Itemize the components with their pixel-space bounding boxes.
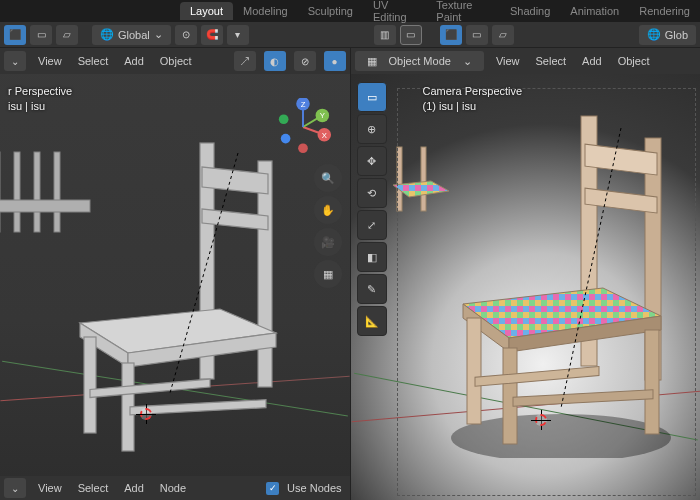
orientation-label-r: Glob bbox=[665, 29, 688, 41]
tab-layout[interactable]: Layout bbox=[180, 2, 233, 20]
main-area: ⌄ View Select Add Object 🡕 ◐ ⊘ ● r Persp… bbox=[0, 48, 700, 500]
mode-label: Object Mode bbox=[385, 53, 455, 69]
tool-shelf: ▭ ⊕ ✥ ⟲ ⤢ ◧ ✎ 📐 bbox=[357, 82, 387, 336]
obj-label: isu | isu bbox=[8, 99, 72, 114]
tool-move[interactable]: ✥ bbox=[357, 146, 387, 176]
menu-add-r[interactable]: Add bbox=[578, 53, 606, 69]
menu-object-l[interactable]: Object bbox=[156, 53, 196, 69]
orientation-dropdown[interactable]: 🌐 Global ⌄ bbox=[92, 25, 171, 45]
snap-face-icon[interactable]: ▱ bbox=[56, 25, 78, 45]
chevron-down-icon: ⌄ bbox=[459, 53, 476, 70]
svg-text:Y: Y bbox=[319, 111, 324, 120]
cursor-3d-l bbox=[136, 404, 156, 424]
svg-point-10 bbox=[280, 134, 290, 144]
tool-measure[interactable]: 📐 bbox=[357, 306, 387, 336]
svg-rect-26 bbox=[34, 152, 40, 232]
node-node[interactable]: Node bbox=[156, 480, 190, 496]
snap-edge-icon[interactable]: ▭ bbox=[30, 25, 52, 45]
node-view[interactable]: View bbox=[34, 480, 66, 496]
tab-texture-paint[interactable]: Texture Paint bbox=[426, 0, 500, 26]
tool-cursor[interactable]: ⊕ bbox=[357, 114, 387, 144]
globe-icon: 🌐 bbox=[100, 28, 114, 41]
svg-rect-28 bbox=[0, 200, 90, 212]
camera-frame bbox=[397, 88, 697, 496]
zoom-icon[interactable]: 🔍 bbox=[314, 164, 342, 192]
shading-solid-icon[interactable]: ● bbox=[324, 51, 346, 71]
workspace-tabs: Layout Modeling Sculpting UV Editing Tex… bbox=[0, 0, 700, 22]
snap-edge-r-icon[interactable]: ▭ bbox=[466, 25, 488, 45]
tool-transform[interactable]: ◧ bbox=[357, 242, 387, 272]
nav-controls-l: 🔍 ✋ 🎥 ▦ bbox=[314, 164, 342, 288]
viewport-right-info: Camera Perspective (1) isu | isu bbox=[423, 84, 523, 115]
snap-face-r-icon[interactable]: ▱ bbox=[492, 25, 514, 45]
snap-vert-icon[interactable]: ⬛ bbox=[4, 25, 26, 45]
tool-annotate[interactable]: ✎ bbox=[357, 274, 387, 304]
svg-point-11 bbox=[298, 143, 308, 153]
viewport-right[interactable]: ▦ Object Mode ⌄ View Select Add Object C… bbox=[351, 48, 701, 500]
svg-rect-19 bbox=[84, 337, 96, 433]
snap-vert-r-icon[interactable]: ⬛ bbox=[440, 25, 462, 45]
orientation-dropdown-r[interactable]: 🌐 Glob bbox=[639, 25, 696, 45]
chair-bg-solid bbox=[0, 148, 100, 258]
viewport-left-info: r Perspective isu | isu bbox=[8, 84, 72, 115]
cursor-3d-r bbox=[531, 410, 551, 430]
menu-add-l[interactable]: Add bbox=[120, 53, 148, 69]
tool-select-box[interactable]: ▭ bbox=[357, 82, 387, 112]
gizmo-toggle-icon[interactable]: 🡕 bbox=[234, 51, 256, 71]
node-editor-header: ⌄ View Select Add Node ✓ Use Nodes bbox=[0, 476, 350, 500]
node-add[interactable]: Add bbox=[120, 480, 148, 496]
tab-sculpting[interactable]: Sculpting bbox=[298, 2, 363, 20]
editor-switch-icon[interactable]: ⌄ bbox=[4, 478, 26, 498]
global-toolbar: ⬛ ▭ ▱ 🌐 Global ⌄ ⊙ 🧲 ▾ ▥ ▭ ⬛ ▭ ▱ 🌐 Glob bbox=[0, 22, 700, 48]
menu-select-r[interactable]: Select bbox=[532, 53, 571, 69]
persp-label-r: Camera Perspective bbox=[423, 84, 523, 99]
use-nodes-label: Use Nodes bbox=[283, 480, 345, 496]
obj-label-r: (1) isu | isu bbox=[423, 99, 523, 114]
tab-animation[interactable]: Animation bbox=[560, 2, 629, 20]
use-nodes-toggle[interactable]: ✓ Use Nodes bbox=[266, 480, 345, 496]
tab-shading[interactable]: Shading bbox=[500, 2, 560, 20]
nav-gizmo[interactable]: X Y Z bbox=[274, 98, 332, 156]
svg-rect-13 bbox=[258, 161, 272, 387]
overlay-toggle-icon[interactable]: ◐ bbox=[264, 51, 286, 71]
svg-text:X: X bbox=[321, 131, 326, 140]
viewport-left[interactable]: ⌄ View Select Add Object 🡕 ◐ ⊘ ● r Persp… bbox=[0, 48, 351, 500]
chevron-down-icon: ⌄ bbox=[154, 28, 163, 41]
selectability-icon[interactable]: ▥ bbox=[374, 25, 396, 45]
menu-select-l[interactable]: Select bbox=[74, 53, 113, 69]
tab-rendering[interactable]: Rendering bbox=[629, 2, 700, 20]
persp-ortho-icon[interactable]: ▦ bbox=[314, 260, 342, 288]
tool-rotate[interactable]: ⟲ bbox=[357, 178, 387, 208]
xray-icon[interactable]: ⊘ bbox=[294, 51, 316, 71]
svg-rect-21 bbox=[90, 379, 210, 397]
orientation-label: Global bbox=[118, 29, 150, 41]
svg-rect-27 bbox=[54, 152, 60, 232]
svg-text:Z: Z bbox=[300, 100, 305, 109]
viewport-right-header: ▦ Object Mode ⌄ View Select Add Object bbox=[351, 48, 701, 74]
tab-modeling[interactable]: Modeling bbox=[233, 2, 298, 20]
object-mode-icon: ▦ bbox=[363, 53, 381, 70]
menu-view-r[interactable]: View bbox=[492, 53, 524, 69]
menu-view-l[interactable]: View bbox=[34, 53, 66, 69]
magnet-icon[interactable]: 🧲 bbox=[201, 25, 223, 45]
menu-object-r[interactable]: Object bbox=[614, 53, 654, 69]
check-icon: ✓ bbox=[266, 482, 279, 495]
pivot-icon[interactable]: ⊙ bbox=[175, 25, 197, 45]
svg-point-9 bbox=[278, 114, 288, 124]
persp-label: r Perspective bbox=[8, 84, 72, 99]
snap-to-icon[interactable]: ▾ bbox=[227, 25, 249, 45]
camera-icon[interactable]: 🎥 bbox=[314, 228, 342, 256]
tab-uv-editing[interactable]: UV Editing bbox=[363, 0, 426, 26]
cursor-sel-icon[interactable]: ▭ bbox=[400, 25, 422, 45]
mode-dropdown[interactable]: ▦ Object Mode ⌄ bbox=[355, 51, 484, 71]
svg-rect-25 bbox=[14, 152, 20, 232]
globe-icon-r: 🌐 bbox=[647, 28, 661, 41]
editor-type-icon[interactable]: ⌄ bbox=[4, 51, 26, 71]
pan-icon[interactable]: ✋ bbox=[314, 196, 342, 224]
tool-scale[interactable]: ⤢ bbox=[357, 210, 387, 240]
viewport-left-header: ⌄ View Select Add Object 🡕 ◐ ⊘ ● bbox=[0, 48, 350, 74]
node-select[interactable]: Select bbox=[74, 480, 113, 496]
